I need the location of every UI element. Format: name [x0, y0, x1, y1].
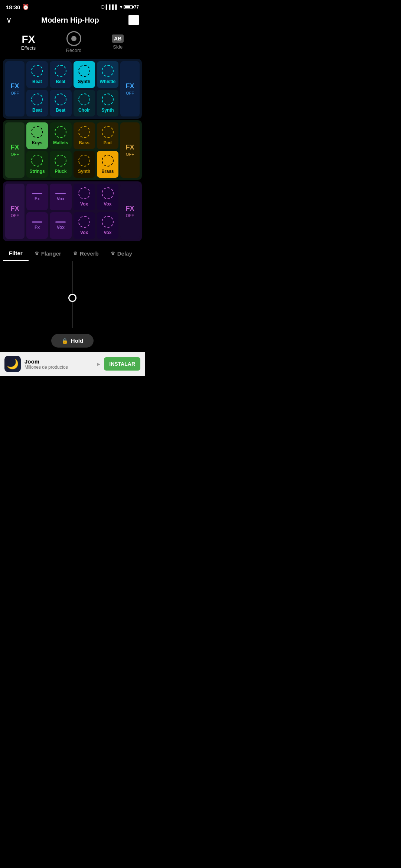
- fx-off-green-sub: OFF: [11, 152, 19, 157]
- pad-label: Beat: [56, 79, 65, 84]
- pad-label: Fx: [35, 196, 40, 201]
- pad-strings[interactable]: Strings: [26, 151, 48, 178]
- pad-dash-icon: [32, 221, 42, 223]
- pad-vox-2[interactable]: Vox: [74, 184, 95, 210]
- pad-whistle[interactable]: Whistle: [97, 61, 118, 88]
- fx-off-right-green[interactable]: FX OFF: [120, 122, 140, 178]
- ad-text: Joom Millones de productos: [25, 358, 94, 370]
- hold-area: 🔒 Hold: [0, 328, 145, 352]
- pad-label: Fx: [35, 225, 40, 230]
- pad-pluck[interactable]: Pluck: [50, 151, 71, 178]
- pad-vox-6[interactable]: Vox: [97, 212, 118, 239]
- fx-off-purple-sub: OFF: [11, 213, 19, 218]
- pad-synth-1[interactable]: Synth: [74, 61, 95, 88]
- pad-circle-icon: [78, 187, 90, 199]
- pad-bass[interactable]: Bass: [74, 122, 95, 149]
- pad-label: Synth: [101, 108, 114, 113]
- pad-label: Pluck: [55, 169, 66, 174]
- pad-label: Keys: [32, 140, 43, 145]
- ad-marker: ▶: [97, 362, 100, 366]
- fx-label-blue-2: FX: [125, 82, 134, 90]
- fx-off-left-purple[interactable]: FX OFF: [5, 184, 25, 239]
- pad-label: Vox: [80, 201, 88, 207]
- pad-mallets[interactable]: Mallets: [50, 122, 71, 149]
- ad-subtitle: Millones de productos: [25, 365, 94, 370]
- fx-label-purple: FX: [10, 205, 19, 213]
- pad-fx-2[interactable]: Fx: [26, 212, 48, 239]
- pad-circle-icon: [55, 93, 66, 105]
- fx-off-left-green[interactable]: FX OFF: [5, 122, 25, 178]
- pad-label: Vox: [104, 230, 111, 235]
- pad-circle-icon: [55, 155, 66, 167]
- pad-vox-3[interactable]: Vox: [97, 184, 118, 210]
- tab-delay-label: Delay: [117, 250, 132, 257]
- pad-circle-icon: [78, 93, 90, 105]
- chevron-down-icon[interactable]: ∨: [6, 15, 12, 25]
- pad-dash-icon: [32, 193, 42, 194]
- side-button[interactable]: AB Side: [112, 34, 124, 50]
- pad-circle-icon: [102, 65, 114, 77]
- pad-label: Synth: [78, 79, 90, 84]
- fx-off-right-purple[interactable]: FX OFF: [120, 184, 140, 239]
- fx-off-right-blue[interactable]: FX OFF: [120, 61, 140, 116]
- record-inner: [71, 36, 76, 41]
- pad-vox-1[interactable]: Vox: [50, 184, 71, 210]
- pad-circle-icon: [102, 93, 114, 105]
- signal-icon: ▌▌▌▌: [106, 4, 118, 10]
- ad-logo-icon: 🌙: [7, 358, 19, 370]
- pad-label: Bass: [79, 140, 89, 145]
- pad-pad[interactable]: Pad: [97, 122, 118, 149]
- filter-graph[interactable]: [0, 261, 145, 328]
- record-button[interactable]: Record: [66, 31, 82, 53]
- pad-vox-5[interactable]: Vox: [74, 212, 95, 239]
- pad-label: Strings: [29, 169, 45, 174]
- page-title: Modern Hip-Hop: [41, 16, 99, 24]
- filter-knob[interactable]: [68, 294, 76, 302]
- tab-reverb-label: Reverb: [80, 250, 99, 257]
- ad-install-button[interactable]: INSTALAR: [104, 357, 140, 371]
- pad-brass[interactable]: Brass: [97, 151, 118, 178]
- tab-flanger[interactable]: ♛ Flanger: [29, 247, 67, 261]
- alarm-icon: ⏰: [22, 4, 29, 10]
- tab-reverb[interactable]: ♛ Reverb: [67, 247, 105, 261]
- pad-circle-icon: [78, 216, 90, 228]
- tab-filter[interactable]: Filter: [3, 247, 29, 261]
- pad-beat-4[interactable]: Beat: [50, 90, 71, 116]
- stop-button[interactable]: [128, 15, 139, 25]
- pad-keys[interactable]: Keys: [26, 122, 48, 149]
- tab-filter-label: Filter: [9, 250, 23, 256]
- pad-label: Synth: [78, 169, 90, 174]
- pad-label: Vox: [104, 201, 111, 207]
- status-left: 18:30 ⏰: [6, 4, 29, 10]
- pad-dash-icon: [55, 221, 66, 223]
- lock-icon: 🔒: [62, 338, 68, 344]
- pad-beat-2[interactable]: Beat: [50, 61, 71, 88]
- pad-beat-3[interactable]: Beat: [26, 90, 48, 116]
- ad-title: Joom: [25, 358, 94, 365]
- pad-fx-1[interactable]: Fx: [26, 184, 48, 210]
- crown-icon: ♛: [35, 251, 39, 256]
- top-controls: FX Effects Record AB Side: [0, 30, 145, 57]
- ad-banner: 🌙 Joom Millones de productos ▶ INSTALAR: [0, 352, 145, 376]
- pad-label: Vox: [57, 196, 65, 201]
- pad-choir[interactable]: Choir: [74, 90, 95, 116]
- pad-circle-icon: [55, 65, 66, 77]
- fx-off-blue-sub: OFF: [11, 91, 19, 95]
- fx-effects-button[interactable]: FX Effects: [21, 33, 36, 51]
- pad-circle-icon: [55, 126, 66, 138]
- pad-label: Vox: [80, 230, 88, 235]
- fx-label-purple-2: FX: [125, 205, 134, 213]
- pad-label: Pad: [104, 140, 112, 145]
- pad-vox-4[interactable]: Vox: [50, 212, 71, 239]
- fx-off-left-blue[interactable]: FX OFF: [5, 61, 25, 116]
- record-circle: [66, 31, 81, 46]
- pad-label: Whistle: [100, 79, 116, 84]
- tab-delay[interactable]: ♛ Delay: [105, 247, 138, 261]
- fx-label-blue: FX: [10, 82, 19, 90]
- pad-synth-2[interactable]: Synth: [97, 90, 118, 116]
- pad-label: Beat: [56, 108, 65, 113]
- pad-synth-green[interactable]: Synth: [74, 151, 95, 178]
- pad-beat-1[interactable]: Beat: [26, 61, 48, 88]
- hold-button[interactable]: 🔒 Hold: [51, 334, 94, 348]
- crown-icon: ♛: [111, 251, 115, 256]
